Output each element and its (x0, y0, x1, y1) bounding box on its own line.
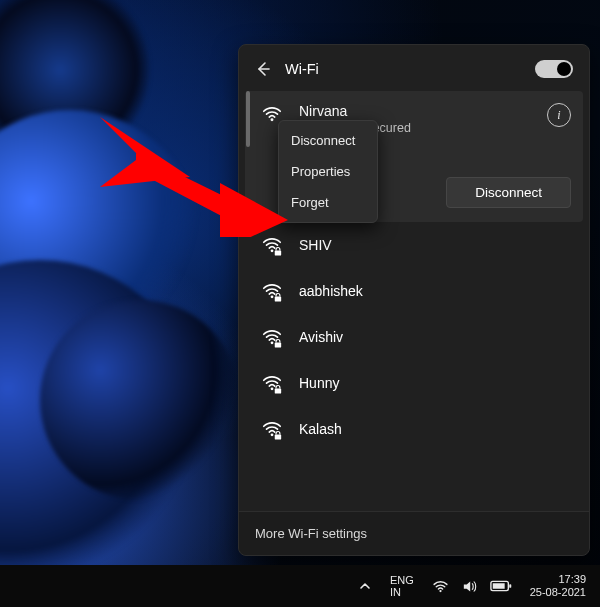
svg-rect-7 (275, 343, 281, 348)
ctx-disconnect[interactable]: Disconnect (279, 125, 377, 156)
svg-point-6 (271, 341, 274, 344)
wifi-secured-icon (261, 326, 283, 348)
disconnect-button[interactable]: Disconnect (446, 177, 571, 208)
network-ssid: aabhishek (299, 283, 363, 299)
system-tray: ENG IN (350, 565, 520, 607)
svg-point-4 (271, 295, 274, 298)
arrow-left-icon (255, 61, 271, 77)
wifi-secured-icon (261, 372, 283, 394)
lang-secondary: IN (390, 586, 401, 598)
svg-rect-5 (275, 297, 281, 302)
network-item[interactable]: Avishiv (239, 314, 589, 360)
taskbar: ENG IN 17:39 25-08-2021 (0, 565, 600, 607)
panel-header: Wi-Fi (239, 45, 589, 89)
network-item[interactable]: Hunny (239, 360, 589, 406)
speaker-icon (461, 578, 478, 595)
network-ssid: Avishiv (299, 329, 343, 345)
battery-icon (490, 579, 512, 593)
svg-rect-3 (275, 251, 281, 256)
network-ssid: Hunny (299, 375, 339, 391)
network-item[interactable]: Kalash (239, 406, 589, 452)
info-button[interactable]: i (547, 103, 571, 127)
network-ssid: Nirvana (299, 103, 531, 119)
wifi-icon (432, 578, 449, 595)
wifi-secured-icon (261, 418, 283, 440)
wifi-toggle[interactable] (535, 60, 573, 78)
tray-wifi-button[interactable] (432, 578, 449, 595)
clock[interactable]: 17:39 25-08-2021 (522, 573, 594, 599)
svg-point-1 (271, 118, 274, 121)
network-item[interactable]: aabhishek (239, 268, 589, 314)
back-button[interactable] (253, 59, 273, 79)
clock-time: 17:39 (558, 573, 586, 586)
svg-rect-11 (275, 435, 281, 440)
tray-battery-button[interactable] (490, 579, 512, 593)
network-ssid: SHIV (299, 237, 332, 253)
svg-point-8 (271, 387, 274, 390)
language-indicator[interactable]: ENG IN (384, 574, 420, 598)
wifi-secured-icon (261, 280, 283, 302)
svg-rect-9 (275, 389, 281, 394)
more-wifi-settings-link[interactable]: More Wi-Fi settings (239, 511, 589, 555)
scrollbar[interactable] (246, 91, 250, 147)
chevron-up-icon (359, 580, 371, 592)
network-item[interactable]: SHIV (239, 222, 589, 268)
svg-point-15 (439, 589, 441, 591)
svg-point-2 (271, 249, 274, 252)
ctx-forget[interactable]: Forget (279, 187, 377, 218)
tray-volume-button[interactable] (461, 578, 478, 595)
svg-rect-18 (509, 584, 511, 588)
svg-point-10 (271, 433, 274, 436)
wifi-secured-icon (261, 234, 283, 256)
network-ssid: Kalash (299, 421, 342, 437)
lang-primary: ENG (390, 574, 414, 586)
context-menu: Disconnect Properties Forget (278, 120, 378, 223)
tray-overflow-button[interactable] (358, 579, 372, 593)
clock-date: 25-08-2021 (530, 586, 586, 599)
svg-rect-17 (492, 583, 504, 589)
panel-title: Wi-Fi (285, 61, 523, 77)
ctx-properties[interactable]: Properties (279, 156, 377, 187)
